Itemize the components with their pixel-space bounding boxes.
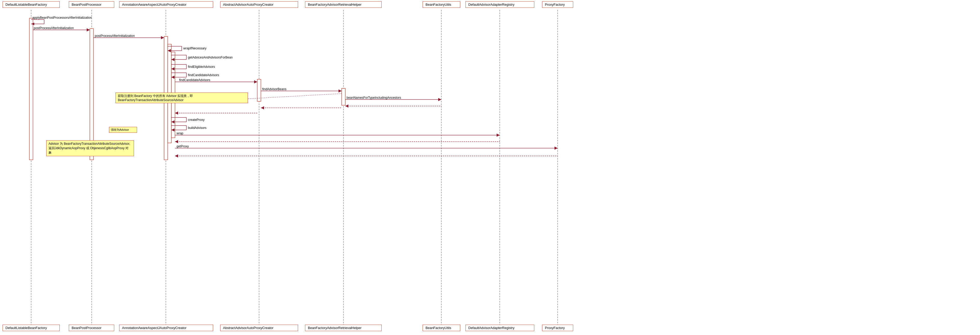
class-label: DefaultListableBeanFactory [5,3,47,6]
class-box-aaajpc-bottom: AnnotationAwareAspectJAutoProxyCreator [119,325,213,331]
note-advisor-detail: Advisor 为 BeanFactoryTransactionAttribut… [46,140,134,156]
svg-text:applyBeanPostProcessorsAfterIn: applyBeanPostProcessorsAfterInitializati… [32,16,92,19]
svg-marker-50 [339,89,342,93]
class-label: BeanFactoryUtils [425,3,451,6]
note-convert: 强转为Advisor [109,127,137,133]
svg-marker-75 [175,140,178,143]
note-getadvisor: 获取注册到 BeanFactory 中的所有 Advisor 实现类，即Bean… [116,93,248,103]
svg-marker-72 [496,134,500,137]
class-label: ProxyFactory [545,326,565,330]
class-box-aaajpc-top: AnnotationAwareAspectJAutoProxyCreator [119,1,213,8]
svg-text:getProxy: getProxy [177,145,189,148]
svg-text:getAdvicesAndAdvisorsForBean: getAdvicesAndAdvisorsForBean [188,56,232,59]
class-label: ProxyFactory [545,3,565,6]
class-label: AnnotationAwareAspectJAutoProxyCreator [122,3,186,6]
svg-marker-64 [171,120,175,123]
note-text: Advisor 为 BeanFactoryTransactionAttribut… [49,142,130,155]
svg-marker-56 [345,104,348,108]
class-box-beanpostprocessor-top: BeanPostProcessor [69,1,114,8]
svg-text:createProxy: createProxy [188,118,205,122]
svg-text:wrap: wrap [176,131,183,135]
svg-rect-14 [342,88,345,105]
class-box-pf-top: ProxyFactory [542,1,573,8]
svg-marker-21 [87,28,90,32]
class-box-bfu-bottom: BeanFactoryUtils [423,325,460,331]
class-box-bfarh-bottom: BeanFactoryAdvisorRetrievalHelper [305,325,382,331]
svg-text:beanNamesForTypeIncludingAnces: beanNamesForTypeIncludingAncestors [347,96,401,99]
svg-text:findCandidateAdvisors: findCandidateAdvisors [188,73,219,77]
svg-marker-24 [161,36,164,39]
class-label: AnnotationAwareAspectJAutoProxyCreator [122,326,186,330]
svg-text:findCandidateAdvisors: findCandidateAdvisors [179,78,210,82]
class-box-daar-bottom: DefaultAdvisorAdapterRegistry [466,325,534,331]
note-text: 强转为Advisor [111,128,129,131]
svg-text:postProcessAfterInitialization: postProcessAfterInitialization [95,34,135,38]
svg-text:postProcessAfterInitialization: postProcessAfterInitialization [34,26,74,30]
class-box-beanpostprocessor-bottom: BeanPostProcessor [69,325,114,331]
svg-marker-77 [555,147,558,150]
class-box-pf-bottom: ProxyFactory [542,325,573,331]
class-label: AbstractAdvisorAutoProxyCreator [223,3,274,6]
class-box-defaultlistablebeanfactory-bottom: DefaultListableBeanFactory [3,325,60,331]
svg-text:findAdvisorBeans: findAdvisorBeans [262,87,286,91]
svg-marker-39 [171,67,175,70]
class-label: DefaultAdvisorAdapterRegistry [468,3,514,6]
class-box-bfu-top: BeanFactoryUtils [423,1,460,8]
class-box-aaapc-bottom: AbstractAdvisorAutoProxyCreator [220,325,298,331]
svg-rect-13 [257,79,261,101]
class-label: DefaultListableBeanFactory [5,326,47,330]
svg-marker-80 [175,155,178,158]
svg-marker-44 [171,76,175,79]
class-label: AbstractAdvisorAutoProxyCreator [223,326,274,330]
class-box-bfarh-top: BeanFactoryAdvisorRetrievalHelper [305,1,382,8]
diagram-arrows: applyBeanPostProcessorsAfterInitializati… [0,0,980,335]
svg-text:buildAdvisors: buildAdvisors [188,126,206,130]
svg-line-81 [248,94,342,99]
class-label: BeanFactoryAdvisorRetrievalHelper [308,3,362,6]
svg-marker-18 [31,22,34,25]
class-box-aaapc-top: AbstractAdvisorAutoProxyCreator [220,1,298,8]
class-label: BeanPostProcessor [72,3,102,6]
svg-marker-58 [261,106,264,109]
svg-marker-47 [254,80,257,83]
svg-text:findEligibleAdvisors: findEligibleAdvisors [188,65,215,69]
svg-marker-53 [438,98,441,101]
sequence-diagram: applyBeanPostProcessorsAfterInitializati… [0,0,980,335]
class-label: BeanFactoryUtils [425,326,451,330]
note-text: 获取注册到 BeanFactory 中的所有 Advisor 实现类，即Bean… [118,94,193,102]
svg-marker-34 [171,58,175,61]
svg-rect-8 [29,18,33,160]
class-label: BeanPostProcessor [72,326,102,330]
class-label: BeanFactoryAdvisorRetrievalHelper [308,326,362,330]
class-box-daar-top: DefaultAdvisorAdapterRegistry [466,1,534,8]
svg-text:wrapIfNecessary: wrapIfNecessary [183,46,206,50]
class-label: DefaultAdvisorAdapterRegistry [468,326,514,330]
svg-marker-29 [168,49,171,52]
svg-marker-69 [171,128,175,131]
svg-marker-60 [175,112,178,115]
class-box-defaultlistablebeanfactory-top: DefaultListableBeanFactory [3,1,60,8]
